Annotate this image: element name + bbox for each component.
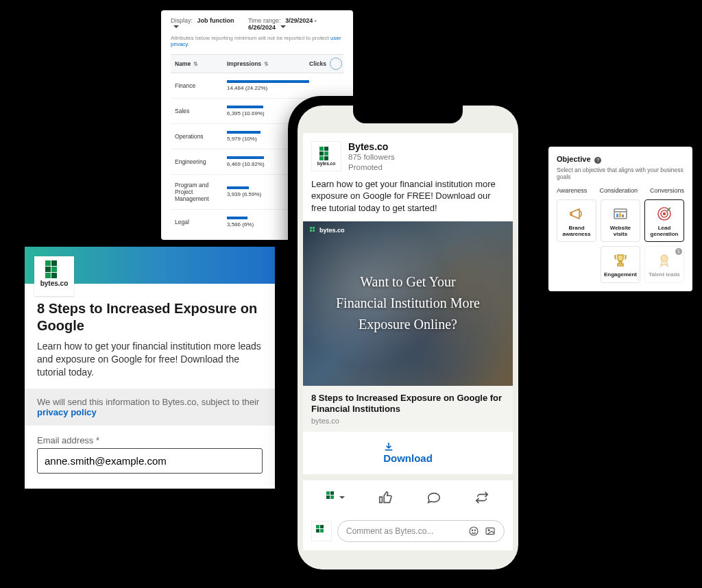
comment-input[interactable]: Comment as Bytes.co... — [337, 520, 505, 542]
chevron-down-icon — [173, 25, 179, 31]
help-icon[interactable]: ? — [594, 157, 601, 164]
objective-card-ribbon[interactable]: 1Talent leads — [644, 246, 684, 282]
row-name: Legal — [175, 219, 227, 225]
lead-description: Learn how to get your financial institut… — [37, 340, 263, 379]
bytes-logo-icon — [326, 491, 337, 502]
commenter-avatar[interactable] — [311, 521, 332, 541]
objective-tabs: Awareness Consideration Conversions — [557, 187, 684, 194]
post-promoted-label: Promoted — [348, 162, 395, 173]
svg-point-2 — [474, 530, 475, 530]
row-name: Operations — [175, 133, 227, 140]
repost-button[interactable] — [468, 485, 496, 511]
analytics-privacy-note: Attributes below reporting minimum will … — [171, 35, 343, 47]
analytics-header-row: Name⇅ Impressions⇅ Clicks — [171, 54, 343, 73]
bytes-logo-icon — [316, 525, 327, 536]
lead-privacy-note: We will send this information to Bytes.c… — [25, 389, 275, 426]
bytes-logo-icon — [319, 147, 333, 160]
target-icon — [648, 206, 681, 222]
lead-title: 8 Steps to Increased Exposure on Google — [37, 300, 263, 334]
like-icon — [378, 490, 393, 505]
col-clicks[interactable]: Clicks — [309, 60, 339, 67]
circle-highlight — [330, 58, 342, 70]
repost-icon — [474, 490, 489, 505]
badge-icon: 1 — [675, 248, 682, 255]
objective-card-label: Brand awareness — [560, 225, 593, 237]
post-hero-image[interactable]: bytes.co Want to Get Your Financial Inst… — [303, 221, 513, 386]
analytics-row: Finance14,484 (24.22%) — [171, 73, 343, 99]
emoji-icon[interactable] — [468, 526, 479, 537]
objective-title: Objective — [557, 155, 591, 163]
objective-card-megaphone[interactable]: Brand awareness — [557, 199, 596, 242]
download-button[interactable]: Download — [383, 441, 433, 464]
svg-point-12 — [661, 255, 668, 262]
objective-subtitle: Select an objective that aligns with you… — [557, 167, 684, 180]
display-filter-label: Display: — [171, 17, 193, 24]
like-button[interactable] — [371, 485, 400, 511]
col-name[interactable]: Name⇅ — [175, 60, 227, 67]
image-icon[interactable] — [485, 526, 496, 537]
sort-icon: ⇅ — [264, 61, 269, 67]
timerange-filter-label: Time range: — [248, 17, 281, 24]
post-followers: 875 followers — [348, 152, 395, 162]
post-author-name[interactable]: Bytes.co — [348, 141, 395, 152]
company-logo: bytes.co — [34, 256, 74, 296]
post-link-card[interactable]: 8 Steps to Increased Exposure on Google … — [303, 386, 513, 432]
svg-point-1 — [472, 530, 472, 530]
email-field-label: Email address * — [37, 435, 263, 445]
chevron-down-icon — [280, 25, 286, 31]
objective-card-label: Engagement — [604, 271, 637, 278]
phone-frame: bytes.co Bytes.co 875 followers Promoted… — [288, 96, 528, 579]
hero-headline: Want to Get Your Financial Institution M… — [336, 271, 480, 335]
tab-conversions[interactable]: Conversions — [650, 187, 684, 194]
row-name: Engineering — [175, 158, 227, 165]
megaphone-icon — [560, 206, 593, 222]
objective-card-browser[interactable]: Website visits — [601, 199, 640, 242]
hero-brand-tag: bytes.co — [310, 227, 345, 234]
objective-card-label: Lead generation — [648, 225, 681, 237]
sort-icon: ⇅ — [193, 61, 198, 67]
col-impressions[interactable]: Impressions⇅ — [227, 60, 309, 67]
svg-point-11 — [664, 213, 666, 215]
bar-icon — [227, 156, 264, 159]
bar-icon — [227, 186, 249, 189]
post-link-domain: bytes.co — [311, 417, 505, 425]
tab-consideration[interactable]: Consideration — [599, 187, 638, 194]
row-name: Finance — [175, 82, 227, 89]
bar-icon — [227, 80, 309, 83]
comment-icon — [426, 490, 441, 505]
display-filter[interactable]: Display: Job function — [171, 17, 236, 31]
post-author-logo[interactable]: bytes.co — [311, 141, 341, 171]
objective-card-trophy[interactable]: Engagement — [601, 246, 640, 282]
tab-awareness[interactable]: Awareness — [557, 187, 587, 194]
browser-icon — [604, 206, 637, 222]
post-link-title: 8 Steps to Increased Exposure on Google … — [311, 393, 505, 416]
lead-banner: bytes.co — [25, 247, 275, 284]
row-impressions: 14,484 (24.22%) — [227, 80, 309, 91]
bytes-logo-icon — [310, 227, 317, 234]
email-field[interactable] — [37, 448, 263, 474]
react-as-button[interactable] — [319, 485, 352, 511]
svg-point-0 — [470, 527, 478, 535]
bar-icon — [227, 106, 263, 108]
chevron-down-icon — [339, 496, 345, 502]
ribbon-icon — [648, 252, 681, 269]
comment-composer: Comment as Bytes.co... — [303, 515, 513, 550]
sponsored-post: bytes.co Bytes.co 875 followers Promoted… — [303, 133, 513, 474]
phone-screen: bytes.co Bytes.co 875 followers Promoted… — [298, 106, 518, 569]
comment-button[interactable] — [420, 485, 448, 511]
download-icon — [383, 441, 394, 452]
trophy-icon — [604, 252, 637, 269]
svg-point-4 — [488, 530, 489, 531]
bar-icon — [227, 217, 247, 219]
row-name: Program and Project Management — [175, 182, 227, 202]
objective-card-label: Talent leads — [648, 271, 681, 278]
objective-card-target[interactable]: Lead generation — [644, 199, 684, 242]
timerange-filter[interactable]: Time range: 3/29/2024 - 6/26/2024 — [248, 17, 343, 31]
privacy-policy-link[interactable]: privacy policy — [37, 407, 97, 417]
svg-rect-6 — [616, 214, 618, 217]
phone-notch — [353, 106, 463, 123]
svg-rect-7 — [619, 213, 621, 217]
lead-gen-card: bytes.co 8 Steps to Increased Exposure o… — [25, 247, 275, 489]
objective-panel: Objective ? Select an objective that ali… — [548, 147, 692, 291]
display-filter-value: Job function — [197, 17, 234, 24]
